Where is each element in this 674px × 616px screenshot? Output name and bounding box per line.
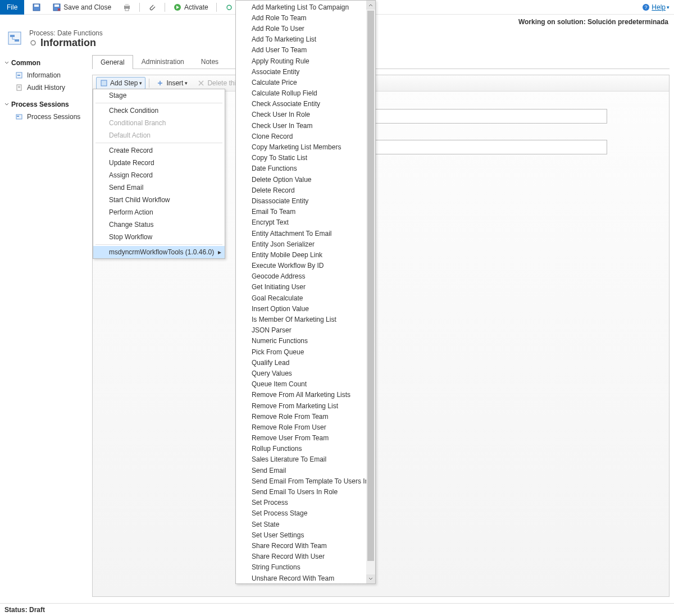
submenu-item[interactable]: Queue Item Count [242, 379, 366, 390]
submenu-item[interactable]: Is Member Of Marketing List [242, 314, 366, 325]
file-button[interactable]: File [0, 0, 24, 15]
submenu-item[interactable]: JSON Parser [242, 325, 366, 336]
submenu-item[interactable]: Send Email From Template To Users In Rol… [242, 476, 366, 486]
submenu-item[interactable]: Geocode Address [242, 271, 366, 282]
submenu-item[interactable]: Get Initiating User [242, 282, 366, 293]
sidebar-group-process-sessions[interactable]: Process Sessions [4, 98, 85, 111]
submenu-item[interactable]: Disassociate Entity [242, 195, 366, 206]
submenu-item[interactable]: Delete Option Value [242, 174, 366, 185]
help-link[interactable]: ? Help ▾ [641, 3, 670, 12]
menu-item: Default Action [93, 129, 225, 142]
submenu-item[interactable]: Associate Entity [242, 66, 366, 77]
menu-item[interactable]: Stage [93, 89, 225, 102]
menu-item[interactable]: Start Child Workflow [93, 194, 225, 206]
sidebar-item-audit-history[interactable]: Audit History [4, 81, 85, 94]
submenu-item[interactable]: Set State [242, 519, 366, 530]
submenu-item[interactable]: Delete Record [242, 185, 366, 195]
submenu-item[interactable]: Add Role To Team [242, 12, 366, 23]
submenu-item[interactable]: Unshare Record With Team [242, 573, 366, 583]
sidebar-item-information[interactable]: Information [4, 69, 85, 81]
menu-item[interactable]: Update Record [93, 157, 225, 169]
svg-rect-20 [101, 80, 107, 86]
caret-down-icon [4, 102, 9, 107]
scrollbar[interactable] [366, 1, 375, 583]
attach-button[interactable] [144, 2, 160, 13]
submenu-item[interactable]: String Functions [242, 562, 366, 573]
submenu-item[interactable]: Entity Json Serializer [242, 239, 366, 249]
submenu-item[interactable]: Entity Mobile Deep Link [242, 249, 366, 260]
paperclip-icon [148, 3, 157, 12]
save-button[interactable] [29, 2, 44, 13]
submenu-item[interactable]: Date Functions [242, 163, 366, 174]
form-input[interactable] [368, 140, 607, 154]
tab-general[interactable]: General [92, 55, 133, 69]
submenu-item[interactable]: Encrypt Text [242, 217, 366, 228]
menu-item[interactable]: Send Email [93, 181, 225, 194]
submenu-item[interactable]: Check Associate Entity [242, 99, 366, 109]
sidebar-item-process-sessions[interactable]: Process Sessions [4, 111, 85, 123]
submenu-item[interactable]: Numeric Functions [242, 336, 366, 346]
submenu-item[interactable]: Entity Attachment To Email [242, 228, 366, 239]
menu-item[interactable]: Stop Workflow [93, 231, 225, 243]
menu-item[interactable]: Check Condition [93, 104, 225, 117]
submenu-item[interactable]: Remove Role From User [242, 422, 366, 432]
menu-item[interactable]: Perform Action [93, 206, 225, 218]
scroll-down-button[interactable] [366, 574, 375, 583]
form-input[interactable] [368, 109, 607, 124]
submenu-item[interactable]: Goal Recalculate [242, 293, 366, 303]
menu-item[interactable]: Change Status [93, 218, 225, 231]
menu-item[interactable]: Create Record [93, 144, 225, 157]
submenu-item[interactable]: Check User In Team [242, 120, 366, 131]
submenu-item[interactable]: Rollup Functions [242, 444, 366, 454]
print-button[interactable] [119, 2, 135, 13]
submenu-item[interactable]: Remove Role From Team [242, 411, 366, 422]
submenu-item[interactable]: Add User To Team [242, 45, 366, 56]
refresh-icon [29, 39, 38, 48]
tab-notes[interactable]: Notes [193, 54, 227, 69]
submenu-item[interactable]: Copy Marketing List Members [242, 142, 366, 152]
submenu-item[interactable]: Execute Workflow By ID [242, 261, 366, 271]
submenu-item[interactable]: Set Process Stage [242, 508, 366, 519]
submenu-item[interactable]: Sales Literature To Email [242, 454, 366, 465]
submenu-item[interactable]: Add Role To User [242, 23, 366, 34]
submenu-item[interactable]: Copy To Static List [242, 153, 366, 163]
scroll-up-button[interactable] [366, 1, 375, 10]
add-step-label: Add Step [110, 79, 138, 87]
submenu-item[interactable]: Remove From Marketing List [242, 400, 366, 411]
save-close-button[interactable]: Save and Close [49, 2, 115, 13]
sidebar-item-label: Audit History [27, 84, 65, 92]
submenu-item[interactable]: Check User In Role [242, 109, 366, 120]
add-step-button[interactable]: Add Step ▾ [96, 77, 145, 89]
scrollbar-thumb[interactable] [367, 11, 374, 561]
menu-item[interactable]: msdyncrmWorkflowTools (1.0.46.0)▸ [93, 246, 225, 258]
insert-button[interactable]: Insert ▾ [153, 77, 190, 89]
document-icon [15, 83, 24, 92]
submenu-item[interactable]: Calculate Price [242, 77, 366, 88]
submenu-item[interactable]: Remove User From Team [242, 433, 366, 444]
submenu-item[interactable]: Add Marketing List To Campaign [242, 2, 366, 12]
submenu-item[interactable]: Set Process [242, 498, 366, 508]
submenu-item[interactable]: Unshare Record With User [242, 583, 366, 584]
submenu-item[interactable]: Clone Record [242, 131, 366, 142]
submenu-item[interactable]: Set User Settings [242, 530, 366, 540]
submenu-item[interactable]: Share Record With User [242, 551, 366, 562]
submenu-item[interactable]: Insert Option Value [242, 303, 366, 314]
submenu-item[interactable]: Add To Marketing List [242, 34, 366, 45]
submenu-item[interactable]: Email To Team [242, 207, 366, 217]
submenu-item[interactable]: Qualify Lead [242, 357, 366, 368]
submenu-item[interactable]: Calculate Rollup Field [242, 88, 366, 99]
submenu-item[interactable]: Query Values [242, 368, 366, 378]
submenu-item[interactable]: Send Email To Users In Role [242, 486, 366, 497]
submenu-item[interactable]: Remove From All Marketing Lists [242, 390, 366, 400]
svg-rect-5 [125, 4, 129, 6]
activate-button[interactable]: Activate [170, 2, 212, 13]
submenu-item[interactable]: Apply Routing Rule [242, 56, 366, 66]
toolbar-separator [165, 3, 165, 12]
submenu-item[interactable]: Send Email [242, 465, 366, 476]
tab-administration[interactable]: Administration [133, 54, 193, 69]
toolbar-separator [149, 79, 149, 88]
submenu-item[interactable]: Pick From Queue [242, 346, 366, 357]
sidebar-group-common[interactable]: Common [4, 57, 85, 69]
menu-item[interactable]: Assign Record [93, 169, 225, 181]
submenu-item[interactable]: Share Record With Team [242, 540, 366, 551]
